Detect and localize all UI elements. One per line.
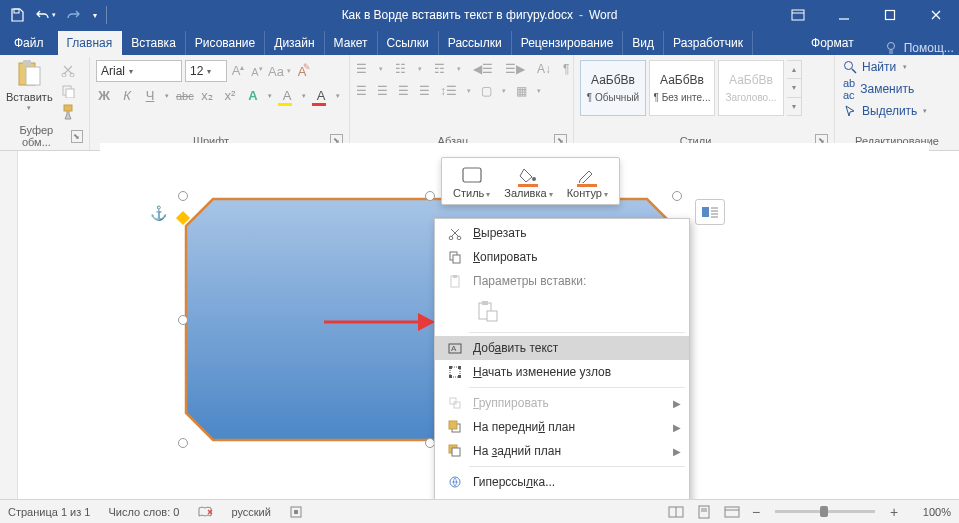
numbering-button[interactable]: ☷ — [395, 62, 406, 76]
view-print-button[interactable] — [691, 502, 717, 522]
close-button[interactable] — [913, 0, 959, 30]
save-button[interactable] — [4, 2, 30, 28]
replace-button[interactable]: abacЗаменить — [843, 77, 927, 101]
edit-points-icon — [443, 365, 467, 379]
zoom-level[interactable]: 100% — [905, 506, 951, 518]
status-words[interactable]: Число слов: 0 — [108, 506, 179, 518]
tab-design[interactable]: Дизайн — [265, 31, 324, 55]
multilevel-button[interactable]: ☶ — [434, 62, 445, 76]
shrink-font-button[interactable]: A▾ — [249, 65, 265, 78]
svg-text:A: A — [451, 344, 457, 353]
resize-handle-ml[interactable] — [178, 315, 188, 325]
change-case-button[interactable]: Aa — [268, 64, 284, 79]
ctx-cut[interactable]: Вырезать — [435, 221, 689, 245]
tab-mailings[interactable]: Рассылки — [439, 31, 512, 55]
status-macro[interactable] — [289, 505, 303, 519]
clear-format-button[interactable]: A✎ — [294, 64, 310, 79]
cut-button[interactable] — [57, 60, 79, 80]
tab-review[interactable]: Рецензирование — [512, 31, 624, 55]
text-effects-button[interactable]: A — [245, 88, 261, 103]
sort-button[interactable]: A↓ — [537, 62, 551, 76]
ctx-copy[interactable]: Копировать — [435, 245, 689, 269]
tab-references[interactable]: Ссылки — [378, 31, 439, 55]
tab-layout[interactable]: Макет — [325, 31, 378, 55]
zoom-in-button[interactable]: + — [885, 504, 903, 520]
bold-button[interactable]: Ж — [96, 88, 112, 103]
justify-button[interactable]: ☰ — [419, 84, 430, 98]
group-clipboard: Вставить ▾ Буфер обм...⬊ — [0, 55, 90, 150]
ctx-add-text[interactable]: A Добавить текст — [435, 336, 689, 360]
font-size-combo[interactable]: 12▾ — [185, 60, 227, 82]
shading-button[interactable]: ▢ — [481, 84, 492, 98]
qat-customize[interactable]: ▾ — [88, 2, 102, 28]
svg-rect-46 — [452, 448, 460, 456]
borders-button[interactable]: ▦ — [516, 84, 527, 98]
paste-label[interactable]: Вставить — [6, 91, 53, 103]
style-nospacing[interactable]: АаБбВв¶ Без инте... — [649, 60, 715, 116]
zoom-out-button[interactable]: − — [747, 504, 765, 520]
align-left-button[interactable]: ☰ — [356, 84, 367, 98]
mini-fill-button[interactable]: Заливка▾ — [497, 161, 559, 201]
paste-option-picture[interactable] — [473, 297, 501, 325]
resize-handle-tl[interactable] — [178, 191, 188, 201]
view-read-button[interactable] — [663, 502, 689, 522]
styles-gallery-arrows[interactable]: ▴▾▾ — [787, 60, 802, 116]
find-button[interactable]: Найти▾ — [843, 60, 927, 74]
tab-file[interactable]: Файл — [0, 31, 58, 55]
svg-rect-10 — [23, 60, 31, 65]
tab-draw[interactable]: Рисование — [186, 31, 265, 55]
svg-rect-15 — [64, 105, 72, 111]
mini-outline-button[interactable]: Контур▾ — [560, 161, 615, 201]
clipboard-dialog-launcher[interactable]: ⬊ — [71, 130, 83, 143]
tab-view[interactable]: Вид — [623, 31, 664, 55]
show-marks-button[interactable]: ¶ — [563, 62, 569, 76]
redo-button[interactable] — [60, 2, 86, 28]
minimize-button[interactable] — [821, 0, 867, 30]
underline-button[interactable]: Ч — [142, 88, 158, 103]
format-painter-button[interactable] — [57, 102, 79, 122]
ribbon-display-button[interactable] — [775, 0, 821, 30]
subscript-button[interactable]: x₂ — [199, 88, 215, 103]
svg-rect-41 — [450, 398, 456, 404]
bullets-button[interactable]: ☰ — [356, 62, 367, 76]
ctx-edit-points[interactable]: Начать изменение узлов — [435, 360, 689, 384]
mini-style-button[interactable]: Стиль▾ — [446, 161, 497, 201]
select-button[interactable]: Выделить▾ — [843, 104, 927, 118]
tab-home[interactable]: Главная — [58, 31, 123, 55]
layout-options-button[interactable] — [695, 199, 725, 225]
font-color-button[interactable]: A — [313, 88, 329, 103]
ctx-send-back[interactable]: На задний план▶ — [435, 439, 689, 463]
ctx-bring-front[interactable]: На передний план▶ — [435, 415, 689, 439]
align-right-button[interactable]: ☰ — [398, 84, 409, 98]
status-spell[interactable] — [197, 505, 213, 519]
increase-indent-button[interactable]: ☰▶ — [505, 62, 525, 76]
status-page[interactable]: Страница 1 из 1 — [8, 506, 90, 518]
resize-handle-bl[interactable] — [178, 438, 188, 448]
decrease-indent-button[interactable]: ◀☰ — [473, 62, 493, 76]
italic-button[interactable]: К — [119, 88, 135, 103]
tab-format[interactable]: Формат — [793, 31, 872, 55]
strike-button[interactable]: abc — [176, 90, 192, 102]
maximize-button[interactable] — [867, 0, 913, 30]
superscript-button[interactable]: x² — [222, 88, 238, 103]
style-heading[interactable]: АаБбВвЗаголово... — [718, 60, 784, 116]
resize-handle-tm[interactable] — [425, 191, 435, 201]
paste-icon[interactable] — [13, 58, 45, 90]
grow-font-button[interactable]: A▴ — [230, 63, 246, 78]
zoom-slider[interactable] — [775, 510, 875, 513]
resize-handle-tr[interactable] — [672, 191, 682, 201]
status-language[interactable]: русский — [231, 506, 270, 518]
tab-developer[interactable]: Разработчик — [664, 31, 753, 55]
align-center-button[interactable]: ☰ — [377, 84, 388, 98]
ctx-hyperlink[interactable]: Гиперссылка... — [435, 470, 689, 494]
font-name-combo[interactable]: Arial▾ — [96, 60, 182, 82]
svg-line-17 — [852, 69, 856, 73]
tell-me[interactable]: Помощ... — [872, 41, 959, 55]
view-web-button[interactable] — [719, 502, 745, 522]
highlight-button[interactable]: A — [279, 88, 295, 103]
copy-button[interactable] — [57, 81, 79, 101]
style-normal[interactable]: АаБбВв¶ Обычный — [580, 60, 646, 116]
undo-button[interactable]: ▾ — [32, 2, 58, 28]
tab-insert[interactable]: Вставка — [122, 31, 186, 55]
line-spacing-button[interactable]: ↕☰ — [440, 84, 457, 98]
